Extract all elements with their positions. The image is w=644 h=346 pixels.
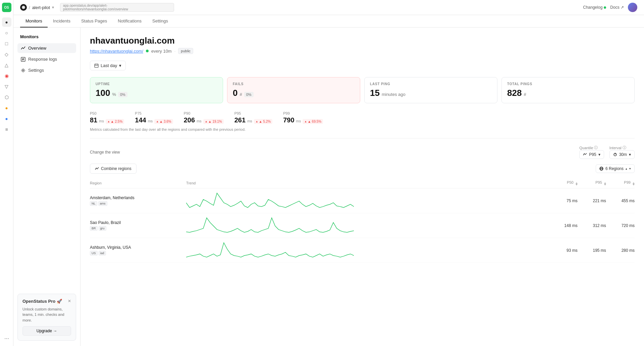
nav-icon-11[interactable]: ≡ bbox=[2, 125, 11, 134]
url-bar[interactable]: app.openstatus.dev/app/alert-pilot/monit… bbox=[60, 3, 174, 12]
monitor-url-row: https://nhavantuonglai.com/ every 10m · … bbox=[90, 48, 635, 54]
top-bar-left: / alert-pilot ▾ app.openstatus.dev/app/a… bbox=[20, 3, 580, 12]
interval-info-icon: ⓘ bbox=[623, 145, 626, 150]
status-dot bbox=[146, 50, 149, 52]
quantile-control: Quantile ⓘ P95 ▾ bbox=[579, 145, 604, 159]
sidebar-item-overview[interactable]: Overview bbox=[17, 43, 76, 53]
col-region: Region bbox=[90, 178, 186, 188]
divider bbox=[90, 138, 635, 138]
regions-chevron-down: ▾ bbox=[629, 167, 631, 170]
os-logo-icon[interactable]: OS bbox=[2, 3, 11, 12]
chart-controls-row: Change the view Quantile ⓘ P95 ▾ bbox=[90, 145, 635, 159]
nav-icon-5[interactable]: △ bbox=[2, 60, 11, 70]
col-trend: Trend bbox=[186, 178, 549, 188]
monitors-sidebar: Monitors Overview Response logs Settings… bbox=[13, 27, 80, 346]
p99-value: 455 ms bbox=[606, 188, 635, 213]
sparkline-cell bbox=[186, 188, 549, 213]
chart-controls-right: Quantile ⓘ P95 ▾ Interval bbox=[579, 145, 635, 159]
quantile-chevron: ▾ bbox=[598, 152, 600, 157]
sparkline-cell bbox=[186, 213, 549, 238]
pro-card-title: OpenStatus Pro 🚀 bbox=[22, 299, 62, 304]
uptime-badge: 0% bbox=[118, 92, 127, 97]
quantile-info-icon: ⓘ bbox=[594, 145, 598, 150]
total-pings-unit: # bbox=[524, 92, 526, 97]
date-filter-selector[interactable]: Last day ▾ bbox=[90, 61, 126, 70]
main-panel: nhavantuonglai.com https://nhavantuongla… bbox=[80, 27, 644, 346]
nav-icon-2[interactable]: ○ bbox=[2, 28, 11, 38]
tab-settings[interactable]: Settings bbox=[147, 15, 173, 27]
interval-select[interactable]: 30m ▾ bbox=[609, 150, 635, 159]
p99-sort-icon[interactable] bbox=[633, 182, 635, 185]
total-pings-label: TOTAL PINGS bbox=[507, 82, 629, 86]
last-ping-label: LAST PING bbox=[370, 82, 492, 86]
nav-icon-6[interactable]: ◉ bbox=[2, 71, 11, 80]
nav-icon-9[interactable]: ● bbox=[2, 103, 11, 113]
nav-icon-10[interactable]: ● bbox=[2, 114, 11, 123]
stats-row: UPTIME 100 % 0% FAILS 0 # 0% bbox=[90, 77, 635, 103]
combine-regions-button[interactable]: Combine regions bbox=[90, 164, 137, 174]
regions-chevron-up: ▴ bbox=[626, 167, 627, 170]
chart-section: Change the view Quantile ⓘ P95 ▾ bbox=[90, 145, 635, 263]
tab-status-pages[interactable]: Status Pages bbox=[76, 15, 112, 27]
breadcrumb-project[interactable]: alert-pilot bbox=[32, 5, 50, 10]
region-flags: NLams bbox=[90, 201, 186, 206]
breadcrumb-dropdown-icon[interactable]: ▾ bbox=[52, 5, 54, 10]
main-wrapper: / alert-pilot ▾ app.openstatus.dev/app/a… bbox=[13, 0, 644, 346]
table-row: Amsterdam, Netherlands NLams 75 ms 221 m… bbox=[90, 188, 635, 213]
p95-value: 195 ms bbox=[578, 238, 606, 263]
flag-badge: US bbox=[90, 251, 98, 255]
monitor-url-link[interactable]: https://nhavantuonglai.com/ bbox=[90, 49, 143, 54]
docs-button[interactable]: Docs ↗ bbox=[610, 5, 624, 10]
p50-value: 75 ms bbox=[549, 188, 578, 213]
monitor-title: nhavantuonglai.com bbox=[90, 36, 635, 46]
date-filter-chevron: ▾ bbox=[119, 63, 121, 68]
nav-icon-7[interactable]: ▽ bbox=[2, 82, 11, 91]
uptime-value: 100 bbox=[96, 88, 110, 98]
svg-point-6 bbox=[22, 70, 24, 71]
quantile-select[interactable]: P95 ▾ bbox=[579, 150, 604, 159]
last-ping-unit: minutes ago bbox=[382, 92, 406, 97]
nav-icon-3[interactable]: □ bbox=[2, 39, 11, 48]
date-filter-label: Last day bbox=[101, 63, 117, 68]
pro-card-close[interactable]: ✕ bbox=[68, 299, 71, 303]
flag-badge: iad bbox=[99, 251, 106, 255]
svg-point-1 bbox=[23, 7, 24, 8]
fails-badge: 0% bbox=[244, 92, 254, 97]
col-p99: P99 bbox=[606, 178, 635, 188]
visibility-badge: public bbox=[178, 48, 193, 54]
user-avatar[interactable] bbox=[628, 3, 637, 12]
sidebar-item-settings[interactable]: Settings bbox=[17, 65, 76, 75]
flag-badge: gru bbox=[99, 226, 106, 231]
tab-notifications[interactable]: Notifications bbox=[112, 15, 147, 27]
monitors-sidebar-title: Monitors bbox=[17, 33, 76, 41]
regions-select[interactable]: 6 Regions ▴ ▾ bbox=[596, 164, 635, 173]
p50-value: 148 ms bbox=[549, 213, 578, 238]
tab-incidents[interactable]: Incidents bbox=[48, 15, 76, 27]
svg-rect-7 bbox=[95, 64, 98, 67]
col-p50: P50 bbox=[549, 178, 578, 188]
changelog-button[interactable]: Changelog bbox=[583, 5, 606, 10]
tab-monitors[interactable]: Monitors bbox=[20, 15, 48, 27]
nav-icon-8[interactable]: ⬡ bbox=[2, 93, 11, 102]
upgrade-button[interactable]: Upgrade → bbox=[22, 326, 71, 336]
quantile-label: Quantile ⓘ bbox=[579, 145, 604, 150]
sidebar-item-response-logs[interactable]: Response logs bbox=[17, 54, 76, 64]
breadcrumb-separator: / bbox=[29, 5, 30, 10]
nav-icon-1[interactable]: ● bbox=[2, 17, 11, 27]
p50-sort-icon[interactable] bbox=[576, 182, 578, 185]
region-name: Sao Paulo, Brazil bbox=[90, 220, 186, 225]
flag-badge: NL bbox=[90, 201, 97, 206]
interval-control: Interval ⓘ 30m ▾ bbox=[609, 145, 635, 159]
percentile-p95: P95 261 ms ▲ 5.2% bbox=[234, 111, 272, 124]
p95-value: 221 ms bbox=[578, 188, 606, 213]
nav-icon-4[interactable]: ◇ bbox=[2, 50, 11, 59]
percentile-p75: P75 144 ms ▲ 3.6% bbox=[135, 111, 173, 124]
p99-value: 280 ms bbox=[606, 238, 635, 263]
top-bar: / alert-pilot ▾ app.openstatus.dev/app/a… bbox=[13, 0, 644, 15]
p95-sort-icon[interactable] bbox=[604, 182, 606, 185]
nav-tabs: Monitors Incidents Status Pages Notifica… bbox=[13, 15, 644, 27]
table-row: Sao Paulo, Brazil BRgru 148 ms 312 ms 72… bbox=[90, 213, 635, 238]
nav-icon-bottom[interactable]: ⋯ bbox=[2, 334, 11, 343]
change-view-label: Change the view bbox=[90, 150, 120, 155]
region-table: Region Trend P50 P95 P99 bbox=[90, 178, 635, 263]
